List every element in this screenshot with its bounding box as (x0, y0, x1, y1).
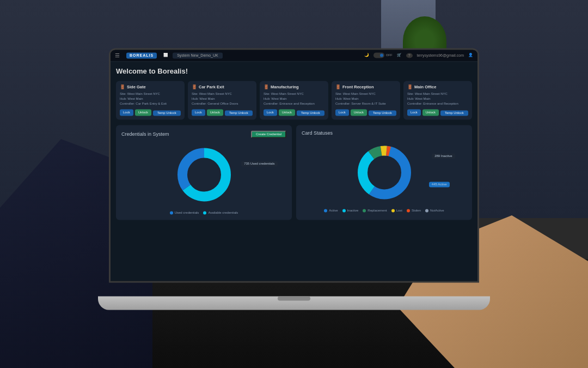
inactive-dot (342, 209, 346, 212)
active-callout: 445 Active (429, 182, 450, 187)
front-reception-unlock[interactable]: Unlock (351, 109, 367, 116)
side-gate-lock[interactable]: Lock (120, 109, 133, 116)
credentials-donut-wrapper: 735 Used credentials (174, 144, 234, 206)
manufacturing-info: Site: West Main Street NYC Hub: West Mai… (264, 92, 324, 106)
laptop-hinge (278, 296, 310, 300)
car-park-info: Site: West Main Street NYC Hub: West Mai… (192, 92, 253, 106)
used-dot (170, 211, 173, 214)
legend-stolen: Stolen (407, 209, 421, 212)
credentials-callout: 735 Used credentials (241, 161, 277, 166)
moon-icon: 🌙 (364, 53, 369, 57)
card-statuses-chart-card: Card Statuses (296, 125, 472, 220)
laptop: ☰ BOREALIS ⬜ System New_Demo_UK 🌙 OFF 🛒 … (98, 48, 490, 310)
credentials-chart-area: 735 Used credentials (121, 142, 286, 208)
credentials-legend: Used credentials Available credentials (121, 211, 286, 214)
charts-row: Credentials in System Create Credential (116, 125, 472, 220)
side-gate-title: 🚪 Side Gate (120, 85, 181, 89)
user-icon[interactable]: 👤 (468, 53, 473, 57)
toggle-label: OFF (386, 53, 393, 57)
toggle-track (373, 52, 384, 58)
legend-not-active: NotActive (425, 209, 444, 212)
manufacturing-temp-unlock[interactable]: Temp Unlock (297, 110, 324, 116)
main-office-icon: 🚪 (407, 85, 413, 89)
credentials-chart-title: Credentials in System Create Credential (121, 130, 286, 138)
card-statuses-legend: Active Inactive Replacement (302, 209, 467, 212)
cart-icon[interactable]: 🛒 (397, 53, 402, 57)
svg-point-8 (369, 156, 400, 188)
side-gate-icon: 🚪 (120, 85, 125, 89)
not-active-dot (425, 209, 428, 212)
tab-icon: ⬜ (163, 53, 168, 57)
card-statuses-donut-wrapper: 289 Inactive 445 Active (354, 142, 414, 203)
door-card-car-park: 🚪 Car Park Exit Site: West Main Street N… (188, 81, 256, 119)
top-bar: ☰ BOREALIS ⬜ System New_Demo_UK 🌙 OFF 🛒 … (111, 50, 477, 62)
app-logo: BOREALIS (126, 52, 157, 58)
manufacturing-unlock[interactable]: Unlock (279, 109, 295, 116)
legend-inactive: Inactive (342, 209, 359, 212)
card-statuses-chart-area: 289 Inactive 445 Active (302, 140, 467, 206)
door-card-side-gate: 🚪 Side Gate Site: West Main Street NYC H… (116, 81, 185, 119)
laptop-screen: ☰ BOREALIS ⬜ System New_Demo_UK 🌙 OFF 🛒 … (109, 48, 479, 282)
lost-dot (391, 209, 395, 212)
main-office-unlock[interactable]: Unlock (422, 109, 439, 116)
menu-icon[interactable]: ☰ (115, 52, 120, 58)
main-office-title: 🚪 Main Office (407, 85, 468, 89)
car-park-temp-unlock[interactable]: Temp Unlock (225, 110, 253, 116)
legend-replacement: Replacement (363, 209, 387, 212)
laptop-base (98, 296, 490, 310)
tab-label[interactable]: System New_Demo_UK (173, 52, 222, 58)
door-card-manufacturing: 🚪 Manufacturing Site: West Main Street N… (260, 81, 328, 119)
front-reception-lock[interactable]: Lock (335, 109, 349, 116)
card-statuses-title: Card Statuses (302, 130, 467, 136)
user-email: terrysystems96@gmail.com (417, 53, 464, 57)
car-park-title: 🚪 Car Park Exit (192, 85, 253, 89)
manufacturing-title: 🚪 Manufacturing (264, 85, 324, 89)
screen-content: ☰ BOREALIS ⬜ System New_Demo_UK 🌙 OFF 🛒 … (111, 50, 477, 281)
main-office-buttons: Lock Unlock Temp Unlock (407, 109, 468, 116)
svg-point-2 (188, 159, 220, 190)
card-statuses-donut-svg (354, 142, 414, 202)
legend-active: Active (324, 209, 338, 212)
side-gate-info: Site: West Main Street NYC Hub: West Mai… (120, 92, 181, 106)
manufacturing-icon: 🚪 (264, 85, 269, 89)
topbar-right: 🌙 OFF 🛒 ? terrysystems96@gmail.com 👤 (364, 52, 473, 58)
available-dot (203, 211, 206, 214)
manufacturing-lock[interactable]: Lock (264, 109, 277, 116)
page-title: Welcome to Borealis! (116, 67, 472, 75)
door-cards-row: 🚪 Side Gate Site: West Main Street NYC H… (116, 81, 472, 119)
main-office-info: Site: West Main Street NYC Hub: West Mai… (407, 92, 468, 106)
front-reception-info: Site: West Main Street NYC Hub: West Mai… (335, 92, 396, 106)
car-park-buttons: Lock Unlock Temp Unlock (192, 109, 253, 116)
inactive-callout: 289 Inactive (432, 153, 455, 159)
car-park-unlock[interactable]: Unlock (207, 109, 223, 116)
toggle-thumb (380, 53, 383, 57)
manufacturing-buttons: Lock Unlock Temp Unlock (264, 109, 324, 116)
side-gate-temp-unlock[interactable]: Temp Unlock (153, 110, 181, 116)
side-gate-unlock[interactable]: Unlock (135, 109, 151, 116)
legend-used: Used credentials (170, 211, 199, 214)
front-reception-temp-unlock[interactable]: Temp Unlock (369, 110, 396, 116)
credentials-donut-svg (174, 144, 234, 204)
door-card-front-reception: 🚪 Front Reception Site: West Main Street… (332, 81, 400, 119)
door-card-main-office: 🚪 Main Office Site: West Main Street NYC… (403, 81, 472, 119)
legend-available: Available credentials (203, 211, 238, 214)
main-office-lock[interactable]: Lock (407, 109, 421, 116)
toggle-switch[interactable]: OFF (373, 52, 393, 58)
side-gate-buttons: Lock Unlock Temp Unlock (120, 109, 181, 116)
credentials-chart-card: Credentials in System Create Credential (116, 125, 292, 220)
replacement-dot (363, 209, 366, 212)
stolen-dot (407, 209, 410, 212)
front-reception-icon: 🚪 (335, 85, 341, 89)
legend-lost: Lost (391, 209, 402, 212)
active-dot (324, 209, 327, 212)
front-reception-title: 🚪 Front Reception (335, 85, 396, 89)
car-park-icon: 🚪 (192, 85, 197, 89)
car-park-lock[interactable]: Lock (192, 109, 205, 116)
main-office-temp-unlock[interactable]: Temp Unlock (440, 110, 468, 116)
main-content: Welcome to Borealis! 🚪 Side Gate Site: W… (111, 62, 477, 281)
front-reception-buttons: Lock Unlock Temp Unlock (335, 109, 396, 116)
help-icon[interactable]: ? (406, 53, 413, 58)
create-credential-button[interactable]: Create Credential (251, 130, 286, 138)
